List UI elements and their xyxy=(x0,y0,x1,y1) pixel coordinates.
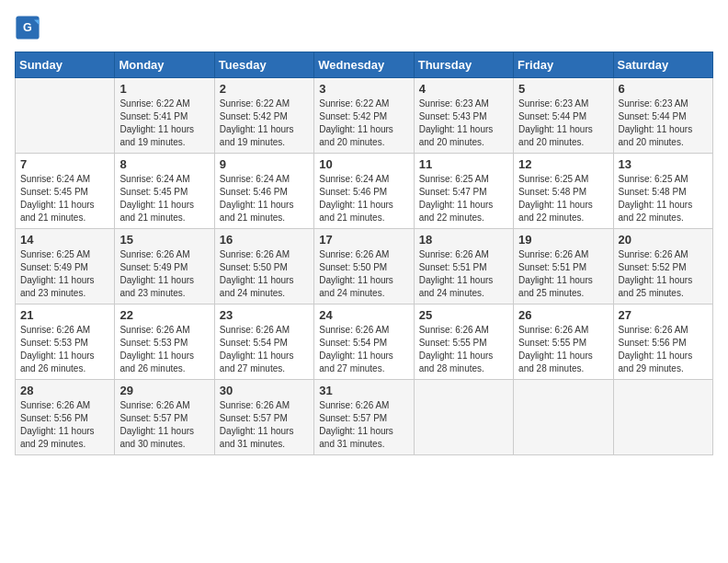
day-info: Sunrise: 6:26 AM Sunset: 5:55 PM Dayligh… xyxy=(419,324,508,375)
day-info: Sunrise: 6:26 AM Sunset: 5:55 PM Dayligh… xyxy=(518,324,608,375)
day-info: Sunrise: 6:26 AM Sunset: 5:54 PM Dayligh… xyxy=(220,324,309,375)
calendar-cell: 14Sunrise: 6:25 AM Sunset: 5:49 PM Dayli… xyxy=(16,229,115,304)
header-saturday: Saturday xyxy=(613,52,712,78)
day-info: Sunrise: 6:26 AM Sunset: 5:50 PM Dayligh… xyxy=(220,248,309,300)
day-info: Sunrise: 6:26 AM Sunset: 5:51 PM Dayligh… xyxy=(419,248,508,300)
logo-icon: G xyxy=(15,15,40,40)
day-info: Sunrise: 6:23 AM Sunset: 5:44 PM Dayligh… xyxy=(518,98,608,149)
calendar-cell xyxy=(16,78,115,154)
day-info: Sunrise: 6:26 AM Sunset: 5:57 PM Dayligh… xyxy=(319,399,408,451)
calendar-cell: 22Sunrise: 6:26 AM Sunset: 5:53 PM Dayli… xyxy=(115,304,214,380)
calendar-cell: 17Sunrise: 6:26 AM Sunset: 5:50 PM Dayli… xyxy=(314,229,414,304)
day-number: 15 xyxy=(119,233,209,247)
day-number: 4 xyxy=(419,82,508,96)
calendar-week-3: 14Sunrise: 6:25 AM Sunset: 5:49 PM Dayli… xyxy=(16,229,713,304)
day-number: 14 xyxy=(20,233,109,247)
calendar-header-row: SundayMondayTuesdayWednesdayThursdayFrid… xyxy=(16,52,713,78)
day-info: Sunrise: 6:26 AM Sunset: 5:53 PM Dayligh… xyxy=(119,324,209,375)
calendar-cell: 21Sunrise: 6:26 AM Sunset: 5:53 PM Dayli… xyxy=(16,304,115,380)
day-info: Sunrise: 6:26 AM Sunset: 5:49 PM Dayligh… xyxy=(119,248,209,300)
day-info: Sunrise: 6:25 AM Sunset: 5:48 PM Dayligh… xyxy=(518,173,608,224)
calendar-cell: 19Sunrise: 6:26 AM Sunset: 5:51 PM Dayli… xyxy=(514,229,613,304)
day-number: 26 xyxy=(518,308,608,322)
day-number: 20 xyxy=(619,233,708,247)
day-info: Sunrise: 6:26 AM Sunset: 5:51 PM Dayligh… xyxy=(518,248,608,300)
calendar-week-1: 1Sunrise: 6:22 AM Sunset: 5:41 PM Daylig… xyxy=(16,78,713,154)
day-info: Sunrise: 6:26 AM Sunset: 5:57 PM Dayligh… xyxy=(119,399,209,451)
day-info: Sunrise: 6:22 AM Sunset: 5:42 PM Dayligh… xyxy=(220,98,309,149)
day-info: Sunrise: 6:26 AM Sunset: 5:56 PM Dayligh… xyxy=(619,324,708,375)
day-number: 3 xyxy=(319,82,408,96)
day-number: 12 xyxy=(518,157,608,171)
day-number: 23 xyxy=(220,308,309,322)
day-number: 1 xyxy=(119,82,209,96)
day-info: Sunrise: 6:26 AM Sunset: 5:57 PM Dayligh… xyxy=(220,399,309,451)
day-info: Sunrise: 6:26 AM Sunset: 5:56 PM Dayligh… xyxy=(20,399,109,451)
header-thursday: Thursday xyxy=(414,52,513,78)
calendar-cell: 16Sunrise: 6:26 AM Sunset: 5:50 PM Dayli… xyxy=(214,229,313,304)
calendar-cell: 9Sunrise: 6:24 AM Sunset: 5:46 PM Daylig… xyxy=(214,154,313,229)
day-number: 16 xyxy=(220,233,309,247)
day-info: Sunrise: 6:24 AM Sunset: 5:46 PM Dayligh… xyxy=(220,173,309,224)
calendar-cell: 18Sunrise: 6:26 AM Sunset: 5:51 PM Dayli… xyxy=(414,229,513,304)
calendar-cell: 29Sunrise: 6:26 AM Sunset: 5:57 PM Dayli… xyxy=(115,380,214,455)
day-info: Sunrise: 6:22 AM Sunset: 5:42 PM Dayligh… xyxy=(319,98,408,149)
day-number: 7 xyxy=(20,157,109,171)
day-number: 6 xyxy=(619,82,708,96)
calendar-cell: 7Sunrise: 6:24 AM Sunset: 5:45 PM Daylig… xyxy=(16,154,115,229)
calendar-week-4: 21Sunrise: 6:26 AM Sunset: 5:53 PM Dayli… xyxy=(16,304,713,380)
calendar-cell: 4Sunrise: 6:23 AM Sunset: 5:43 PM Daylig… xyxy=(414,78,513,154)
day-info: Sunrise: 6:25 AM Sunset: 5:47 PM Dayligh… xyxy=(419,173,508,224)
day-number: 13 xyxy=(619,157,708,171)
day-number: 30 xyxy=(220,384,309,397)
day-info: Sunrise: 6:26 AM Sunset: 5:52 PM Dayligh… xyxy=(619,248,708,300)
calendar-cell xyxy=(613,380,712,455)
day-number: 10 xyxy=(319,157,408,171)
logo: G xyxy=(15,15,44,40)
calendar-cell xyxy=(414,380,513,455)
calendar-cell: 8Sunrise: 6:24 AM Sunset: 5:45 PM Daylig… xyxy=(115,154,214,229)
header-tuesday: Tuesday xyxy=(214,52,313,78)
day-number: 31 xyxy=(319,384,408,397)
day-info: Sunrise: 6:25 AM Sunset: 5:48 PM Dayligh… xyxy=(619,173,708,224)
calendar-cell: 1Sunrise: 6:22 AM Sunset: 5:41 PM Daylig… xyxy=(115,78,214,154)
calendar-cell: 11Sunrise: 6:25 AM Sunset: 5:47 PM Dayli… xyxy=(414,154,513,229)
day-number: 24 xyxy=(319,308,408,322)
calendar-cell: 15Sunrise: 6:26 AM Sunset: 5:49 PM Dayli… xyxy=(115,229,214,304)
day-info: Sunrise: 6:26 AM Sunset: 5:53 PM Dayligh… xyxy=(20,324,109,375)
header-monday: Monday xyxy=(115,52,214,78)
header: G xyxy=(15,15,713,40)
calendar-table: SundayMondayTuesdayWednesdayThursdayFrid… xyxy=(15,52,713,455)
svg-text:G: G xyxy=(23,21,32,34)
day-number: 11 xyxy=(419,157,508,171)
day-number: 5 xyxy=(518,82,608,96)
day-info: Sunrise: 6:26 AM Sunset: 5:54 PM Dayligh… xyxy=(319,324,408,375)
calendar-cell: 10Sunrise: 6:24 AM Sunset: 5:46 PM Dayli… xyxy=(314,154,414,229)
day-number: 17 xyxy=(319,233,408,247)
calendar-cell: 31Sunrise: 6:26 AM Sunset: 5:57 PM Dayli… xyxy=(314,380,414,455)
calendar-cell: 28Sunrise: 6:26 AM Sunset: 5:56 PM Dayli… xyxy=(16,380,115,455)
calendar-cell: 23Sunrise: 6:26 AM Sunset: 5:54 PM Dayli… xyxy=(214,304,313,380)
day-info: Sunrise: 6:24 AM Sunset: 5:45 PM Dayligh… xyxy=(119,173,209,224)
day-number: 2 xyxy=(220,82,309,96)
day-info: Sunrise: 6:24 AM Sunset: 5:45 PM Dayligh… xyxy=(20,173,109,224)
calendar-cell: 25Sunrise: 6:26 AM Sunset: 5:55 PM Dayli… xyxy=(414,304,513,380)
day-number: 29 xyxy=(119,384,209,397)
calendar-cell: 5Sunrise: 6:23 AM Sunset: 5:44 PM Daylig… xyxy=(514,78,613,154)
day-info: Sunrise: 6:26 AM Sunset: 5:50 PM Dayligh… xyxy=(319,248,408,300)
day-number: 9 xyxy=(220,157,309,171)
calendar-cell: 24Sunrise: 6:26 AM Sunset: 5:54 PM Dayli… xyxy=(314,304,414,380)
header-wednesday: Wednesday xyxy=(314,52,414,78)
day-number: 8 xyxy=(119,157,209,171)
day-info: Sunrise: 6:24 AM Sunset: 5:46 PM Dayligh… xyxy=(319,173,408,224)
calendar-cell: 30Sunrise: 6:26 AM Sunset: 5:57 PM Dayli… xyxy=(214,380,313,455)
calendar-cell: 12Sunrise: 6:25 AM Sunset: 5:48 PM Dayli… xyxy=(514,154,613,229)
day-info: Sunrise: 6:23 AM Sunset: 5:43 PM Dayligh… xyxy=(419,98,508,149)
day-number: 22 xyxy=(119,308,209,322)
calendar-cell: 26Sunrise: 6:26 AM Sunset: 5:55 PM Dayli… xyxy=(514,304,613,380)
calendar-cell: 3Sunrise: 6:22 AM Sunset: 5:42 PM Daylig… xyxy=(314,78,414,154)
day-info: Sunrise: 6:23 AM Sunset: 5:44 PM Dayligh… xyxy=(619,98,708,149)
calendar-cell xyxy=(514,380,613,455)
day-number: 28 xyxy=(20,384,109,397)
calendar-cell: 2Sunrise: 6:22 AM Sunset: 5:42 PM Daylig… xyxy=(214,78,313,154)
